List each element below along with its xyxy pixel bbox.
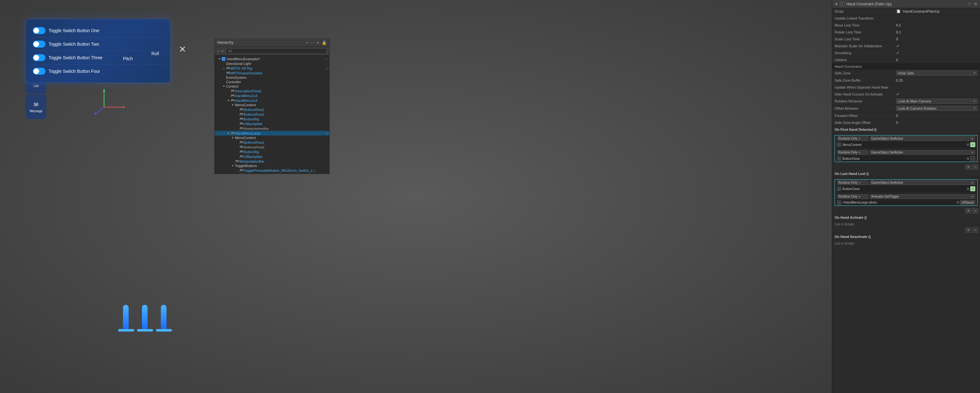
menu-row-4: Toggle Switch Button Four	[30, 65, 165, 78]
tree-item-toggle-2[interactable]: ▷ 🎮 TogglePressableButton_96x32mm_Switch…	[215, 173, 329, 174]
tree-item-directional-light[interactable]: ▷ Directional Light	[215, 62, 329, 66]
hand-activate-minus-btn[interactable]: −	[972, 228, 978, 233]
tree-item-content[interactable]: ▼ Content	[215, 84, 329, 89]
component-question-icon[interactable]: ?	[968, 2, 970, 6]
checkmark-box-1[interactable]: ✓	[970, 142, 975, 147]
gear-icon-1[interactable]: ⚙	[966, 143, 970, 147]
hierarchy-close-icon[interactable]: ✕	[316, 40, 320, 45]
runtime-only-dropdown-3[interactable]: Runtime Only ▼	[837, 180, 869, 185]
offset-behavior-dropdown[interactable]: Look At Camera Rotation ▼	[896, 106, 977, 111]
hierarchy-dropdown-icon[interactable]: ▼	[221, 49, 224, 52]
close-button-3d[interactable]: ✕	[179, 44, 186, 54]
component-settings-icon[interactable]: ⚙	[974, 2, 977, 6]
gear-icon-4[interactable]: ⚙	[956, 200, 959, 204]
component-enabled-checkbox[interactable]: ✓	[840, 2, 845, 6]
root-more-icon[interactable]: ⋯	[325, 56, 329, 61]
first-hand-minus-btn[interactable]: −	[972, 165, 978, 170]
settrigger-function[interactable]: Animator.SetTrigger ▼	[870, 194, 975, 199]
tree-item-menucontent-1[interactable]: ▼ MenuContent	[215, 103, 329, 107]
tree-item-togglebuttons[interactable]: ▼ ToggleButtons	[215, 163, 329, 168]
tpb1-arrow[interactable]: ▷	[313, 169, 316, 172]
tree-item-handmenu2x4[interactable]: ▼ 🎮 HandMenu2x4	[215, 98, 329, 103]
item-arrow-6[interactable]: ▼	[222, 85, 226, 88]
prop-update-opposite: Update When Opposite Hand Near	[832, 84, 980, 91]
toggle-switch-1[interactable]	[33, 27, 45, 34]
roll-label: Roll	[151, 51, 159, 56]
hierarchy-plus-icon[interactable]: +	[217, 49, 219, 53]
root-label: HandMenuExamples*	[227, 57, 260, 61]
hml-arrow[interactable]: ▷	[327, 132, 329, 135]
hierarchy-add-icon[interactable]: +	[306, 40, 309, 45]
safe-zone-dropdown[interactable]: Ulnar Side ▼	[896, 71, 977, 76]
expand-icon[interactable]: ▷	[327, 67, 329, 70]
setactive-function-2[interactable]: GameObject.SetActive ▼	[870, 150, 975, 155]
prop-move-lerp: Move Lerp Time 0.1	[832, 22, 980, 29]
hand-activate-plus-minus: + −	[832, 227, 980, 233]
tree-item-eventsystem[interactable]: ▷ EventSystem	[215, 75, 329, 80]
br2-2-icon: 🎮	[239, 145, 244, 149]
gear-icon-2[interactable]: ⚙	[966, 157, 970, 161]
tree-root-item[interactable]: ▼ HandMenuExamples* ⋯	[215, 56, 329, 62]
item-arrow-16[interactable]: ▼	[226, 132, 231, 135]
offset-behavior-label: Offset Behavior	[835, 106, 896, 110]
setactive-function-3[interactable]: GameObject.SetActive ▼	[870, 180, 975, 185]
on-first-hand-detected-block: Runtime Only ▼ GameObject.SetActive ▼ ⊙ …	[835, 135, 977, 162]
item-arrow-17[interactable]: ▼	[231, 136, 235, 139]
menu-row-1: Toggle Switch Button One	[30, 24, 165, 38]
tree-item-buttonsrow2-1[interactable]: ▷ 🎮 ButtonsRow2	[215, 112, 329, 117]
checkbox-unchecked-1[interactable]	[970, 156, 975, 161]
tree-item-handmenu1x4[interactable]: ▷ 🎮 HandMenu1x4	[215, 93, 329, 98]
event-row-1a: Runtime Only ▼ GameObject.SetActive ▼	[835, 136, 977, 141]
tree-item-manipulationbar-2[interactable]: ▷ 🎮 ManipulationBar	[215, 159, 329, 163]
sidebar-message-button[interactable]: ✉ Message	[26, 95, 46, 119]
last-hand-plus-btn[interactable]: +	[966, 208, 971, 213]
maintain-scale-check: ✓	[896, 43, 900, 48]
toggle-switch-2[interactable]	[33, 41, 45, 48]
hand-activate-plus-btn[interactable]: +	[966, 228, 971, 233]
root-expand-arrow[interactable]: ▼	[217, 57, 222, 60]
gear-icon-3[interactable]: ⚙	[966, 187, 970, 191]
inspector-panel: ▼ ✓ Hand Constraint (Palm Up) ? ⚙ Script…	[832, 0, 980, 393]
hierarchy-settings-icon[interactable]: ⋯	[310, 40, 314, 45]
first-hand-plus-btn[interactable]: +	[966, 165, 971, 170]
hierarchy-lock-icon[interactable]: 🔒	[321, 40, 327, 45]
hand-menu-panel: Toggle Switch Button One Toggle Switch B…	[25, 19, 170, 83]
offset-dropdown-arrow: ▼	[973, 107, 976, 110]
tree-item-uibackplate-2[interactable]: ▷ 🎮 UIBackplate	[215, 154, 329, 159]
item-arrow-2[interactable]: ▷	[222, 67, 226, 70]
checkmark-box-2[interactable]: ✓	[970, 186, 975, 191]
tree-item-uibackplate-1[interactable]: ▷ 🎮 UIBackplate	[215, 121, 329, 126]
tree-item-descriptionpanel[interactable]: ▷ 🎮 DescriptionPanel	[215, 89, 329, 93]
tree-item-toggle-1[interactable]: ▷ 🎮 TogglePressableButton_96x32mm_Switch…	[215, 168, 329, 173]
tree-item-mrtk-xr-rig[interactable]: ▷ 🎮 MRTK XR Rig ▷	[215, 66, 329, 71]
tree-item-manipulationbar-1[interactable]: ▷ 🎮 ManipulationBar	[215, 126, 329, 131]
component-collapse-arrow[interactable]: ▼	[835, 2, 838, 6]
runtime-only-dropdown-1[interactable]: Runtime Only ▼	[837, 136, 869, 141]
isplaced-value[interactable]: IsPlaced	[960, 200, 975, 205]
tree-item-handmenularge[interactable]: ▼ 🎮 HandMenuLarge ▷	[215, 131, 329, 136]
setactive-function-1[interactable]: GameObject.SetActive ▼	[870, 136, 975, 141]
prop-safe-zone-buffer: Safe Zone Buffer 0.25	[832, 77, 980, 84]
hierarchy-search-input[interactable]	[226, 48, 327, 54]
toggle-switch-3[interactable]	[33, 54, 45, 61]
tree-item-menucontent-2[interactable]: ▼ MenuContent	[215, 136, 329, 140]
on-hand-activate-header: On Hand Activate ()	[832, 214, 980, 221]
tpb2-arrow[interactable]: ▷	[318, 173, 321, 174]
last-hand-minus-btn[interactable]: −	[972, 208, 978, 213]
tree-item-buttonrig[interactable]: ▷ 🎮 ButtonRig	[215, 117, 329, 121]
tree-item-mrtkinputsimulator[interactable]: ▷ 🎮 MRTKInputSimulator	[215, 71, 329, 75]
toggle-switch-4[interactable]	[33, 68, 45, 75]
prop-hide-cursors: Hide Hand Cursors On Activate ✓	[832, 91, 980, 98]
tree-item-buttonsrow1-1[interactable]: ▷ 🎮 ButtonsRow1	[215, 107, 329, 112]
hierarchy-search-bar: + ▼	[215, 47, 329, 55]
item-arrow-10[interactable]: ▼	[231, 103, 235, 106]
tree-item-buttonsrow1-2[interactable]: ▷ 🎮 ButtonsRow1	[215, 140, 329, 145]
runtime-only-dropdown-2[interactable]: Runtime Only ▼	[837, 150, 869, 155]
tree-item-buttonrig-2[interactable]: ▷ 🎮 ButtonRig	[215, 149, 329, 154]
tree-item-buttonsrow2-2[interactable]: ▷ 🎮 ButtonsRow2	[215, 145, 329, 149]
runtime-only-dropdown-4[interactable]: Runtime Only ▼	[837, 194, 869, 199]
item-arrow-23[interactable]: ▼	[231, 164, 235, 167]
rotation-behavior-dropdown[interactable]: Look At Main Camera ▼	[896, 99, 977, 104]
tree-item-controller[interactable]: ▷ Controller	[215, 80, 329, 84]
item-arrow-9[interactable]: ▼	[226, 99, 231, 102]
